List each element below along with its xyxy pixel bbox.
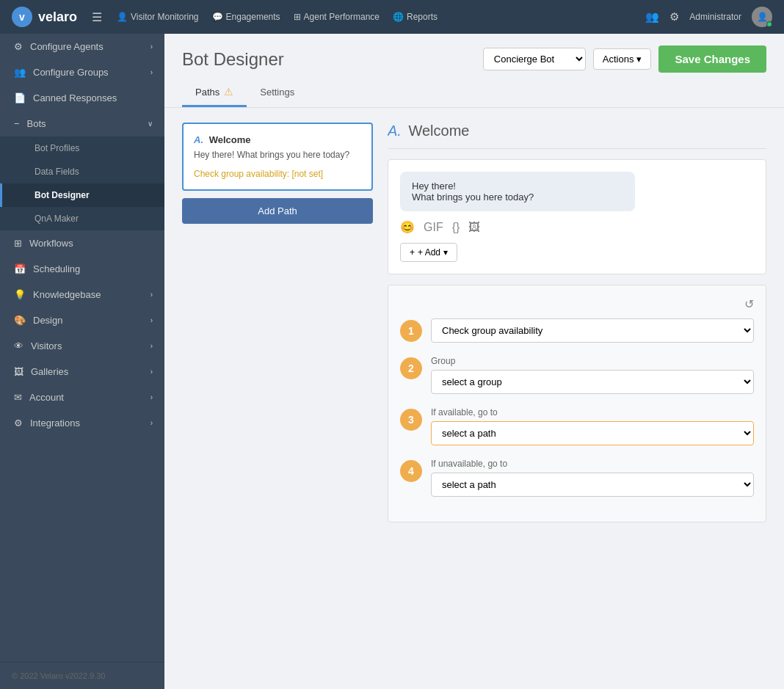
knowledgebase-icon: 💡 [14,289,26,300]
sidebar-item-configure-groups[interactable]: 👥Configure Groups › [0,59,164,85]
chevron-right-icon: › [150,393,153,401]
sidebar-item-canned-responses[interactable]: 📄Canned Responses [0,85,164,111]
right-panel: A. Welcome Hey there! What brings you he… [388,123,766,674]
chat-line-1: Hey there! [412,181,623,192]
actions-button[interactable]: Actions ▾ [593,48,652,70]
workflows-icon: ⊞ [14,238,22,249]
step-header: ↺ [400,297,754,311]
add-button[interactable]: + + Add ▾ [400,243,457,262]
warning-icon: ⚠ [224,86,233,98]
sidebar-item-visitors[interactable]: 👁Visitors › [0,333,164,359]
step-area: ↺ 1 Check group availability Send messag… [388,285,766,522]
emoji-icon[interactable]: 😊 [400,220,415,234]
section-title-bar: A. Welcome [388,123,766,139]
nav-agent-performance[interactable]: ⊞ Agent Performance [294,12,380,22]
sidebar-item-workflows[interactable]: ⊞Workflows [0,230,164,256]
top-navigation: v velaro ☰ 👤 Visitor Monitoring 💬 Engage… [0,0,784,34]
add-path-button[interactable]: Add Path [182,198,373,224]
account-icon: ✉ [14,392,22,403]
path-card-welcome[interactable]: A. Welcome Hey there! What brings you he… [182,123,373,191]
logo-icon: v [12,7,32,27]
sidebar-item-bots[interactable]: −Bots ∨ [0,111,164,136]
plus-icon: + [410,247,415,258]
sidebar-item-configure-agents[interactable]: ⚙Configure Agents › [0,34,164,59]
step-1-select[interactable]: Check group availability Send message As… [431,318,754,343]
nav-right: 👥 ⚙ Administrator 👤 [645,7,772,27]
step-row-1: 1 Check group availability Send message … [400,318,754,343]
page-title: Bot Designer [182,49,284,70]
chevron-right-icon: › [150,291,153,299]
users-icon[interactable]: 👥 [645,10,659,23]
sidebar-item-integrations[interactable]: ⚙Integrations › [0,410,164,436]
chevron-down-icon: ▾ [636,54,642,65]
tab-settings[interactable]: Settings [247,79,308,107]
bot-selector[interactable]: Concierge Bot [483,48,586,70]
path-card-action: Check group availability: [not set] [194,169,361,179]
page-header-right: Concierge Bot Actions ▾ Save Changes [483,45,766,73]
main-layout: ⚙Configure Agents › 👥Configure Groups › … [0,34,784,689]
sidebar: ⚙Configure Agents › 👥Configure Groups › … [0,34,164,689]
visitors-icon: 👁 [14,340,23,351]
chat-bubble-area: Hey there! What brings you here today? 😊… [388,159,766,274]
step-3-select[interactable]: select a path [431,421,754,445]
step-2-select[interactable]: select a group [431,370,754,394]
app-name: velaro [38,10,77,25]
path-card-title: A. Welcome [194,134,361,145]
configure-agents-icon: ⚙ [14,41,23,52]
step-row-4: 4 If unavailable, go to select a path [400,459,754,497]
template-icon[interactable]: {} [452,221,460,234]
chevron-right-icon: › [150,342,153,350]
step-3-label: If available, go to [431,407,754,418]
step-2-label: Group [431,356,754,366]
sidebar-item-design[interactable]: 🎨Design › [0,307,164,333]
sidebar-item-knowledgebase[interactable]: 💡Knowledgebase › [0,282,164,307]
sidebar-item-data-fields[interactable]: Data Fields [0,160,164,183]
integrations-icon: ⚙ [14,418,23,429]
bots-submenu: Bot Profiles Data Fields Bot Designer Qn… [0,136,164,230]
app-logo: v velaro [12,7,77,27]
step-4-content: If unavailable, go to select a path [431,459,754,497]
main-content: Bot Designer Concierge Bot Actions ▾ Sav… [164,34,784,689]
path-card-body: Hey there! What brings you here today? [194,150,361,160]
chevron-down-icon: ▾ [443,247,448,258]
sidebar-footer: © 2022 Velaro v2022.9.30 [0,662,164,689]
step-row-3: 3 If available, go to select a path [400,407,754,445]
nav-engagements[interactable]: 💬 Engagements [212,12,280,22]
step-4-select[interactable]: select a path [431,473,754,497]
chevron-right-icon: › [150,68,153,76]
gear-icon[interactable]: ⚙ [669,10,679,23]
section-title: A. Welcome [388,123,469,139]
chevron-right-icon: › [150,316,153,324]
sidebar-item-bot-profiles[interactable]: Bot Profiles [0,136,164,160]
tab-paths[interactable]: Paths ⚠ [182,79,247,107]
sidebar-item-bot-designer[interactable]: Bot Designer [0,183,164,207]
image-icon[interactable]: 🖼 [468,221,480,234]
canned-responses-icon: 📄 [14,92,26,103]
gif-button[interactable]: GIF [424,221,443,234]
sidebar-item-scheduling[interactable]: 📅Scheduling [0,256,164,282]
sidebar-item-galleries[interactable]: 🖼Galleries › [0,359,164,384]
hamburger-menu[interactable]: ☰ [92,10,102,24]
left-panel: A. Welcome Hey there! What brings you he… [182,123,373,674]
nav-items: 👤 Visitor Monitoring 💬 Engagements ⊞ Age… [117,12,631,22]
step-number-1: 1 [400,320,422,342]
step-3-content: If available, go to select a path [431,407,754,445]
step-1-content: Check group availability Send message As… [431,318,754,343]
save-changes-button[interactable]: Save Changes [658,45,766,73]
scheduling-icon: 📅 [14,263,26,274]
step-2-content: Group select a group [431,356,754,394]
tabs-bar: Paths ⚠ Settings [164,79,784,108]
reset-icon[interactable]: ↺ [744,297,754,311]
design-icon: 🎨 [14,315,26,326]
admin-label: Administrator [689,12,741,22]
avatar[interactable]: 👤 [752,7,772,27]
sidebar-item-account[interactable]: ✉Account › [0,384,164,410]
section-separator [388,148,766,149]
step-number-2: 2 [400,357,422,379]
nav-reports[interactable]: 🌐 Reports [393,12,438,22]
chevron-right-icon: › [150,368,153,376]
chevron-right-icon: › [150,43,153,51]
content-area: A. Welcome Hey there! What brings you he… [164,108,784,689]
sidebar-item-qna-maker[interactable]: QnA Maker [0,207,164,230]
nav-visitor-monitoring[interactable]: 👤 Visitor Monitoring [117,12,198,22]
